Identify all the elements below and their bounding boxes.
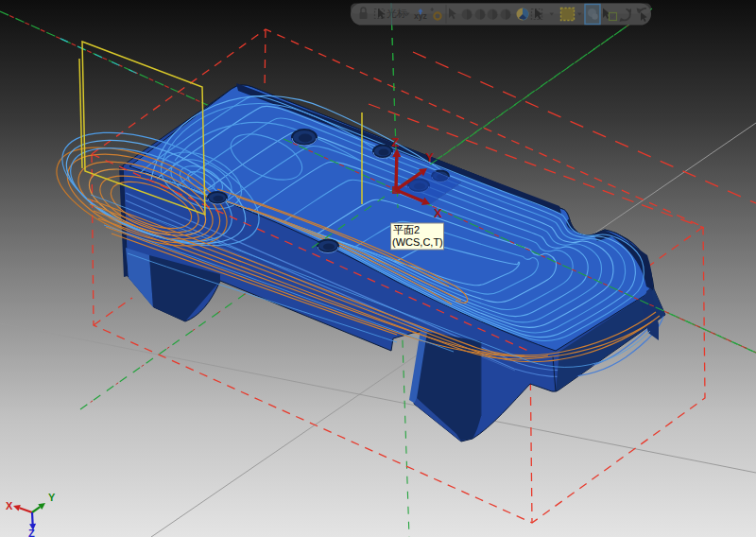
svg-text:平面2: 平面2 bbox=[393, 224, 420, 235]
svg-text:X: X bbox=[434, 206, 442, 220]
svg-text:Z: Z bbox=[28, 528, 35, 537]
svg-text:(WCS,C,T): (WCS,C,T) bbox=[392, 236, 443, 248]
svg-text:Z: Z bbox=[391, 135, 399, 149]
svg-text:Y: Y bbox=[48, 492, 56, 503]
svg-text:Y: Y bbox=[425, 150, 434, 165]
svg-text:光标: 光标 bbox=[387, 8, 407, 19]
svg-text:X: X bbox=[6, 500, 13, 511]
